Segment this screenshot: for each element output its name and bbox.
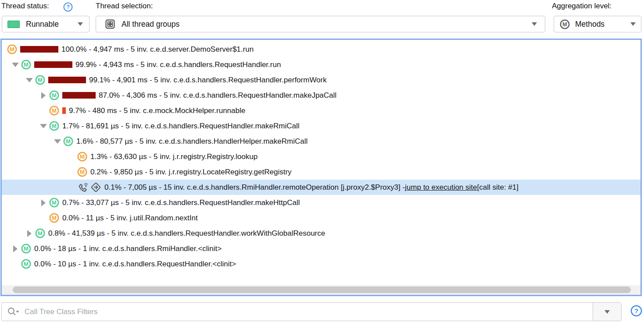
indent-spacer bbox=[2, 141, 52, 142]
call-tree-entry-text: 99.1% - 4,901 ms - 5 inv. c.e.d.s.handle… bbox=[89, 76, 327, 85]
svg-text:M: M bbox=[52, 199, 57, 206]
method-icon: M bbox=[63, 136, 73, 146]
call-tree-entry-text: 0.2% - 9,850 µs - 5 inv. j.r.registry.Lo… bbox=[90, 168, 292, 177]
svg-text:M: M bbox=[24, 261, 29, 267]
chevron-down-icon bbox=[605, 310, 610, 314]
tree-row[interactable]: 0.1% - 7,005 µs - 15 inv. c.e.d.s.handle… bbox=[2, 180, 640, 195]
scrollbar-thumb[interactable] bbox=[13, 287, 631, 293]
svg-text:M: M bbox=[24, 245, 29, 252]
call-tree-entry-text: 87.0% - 4,306 ms - 5 inv. c.e.d.s.handle… bbox=[99, 91, 336, 100]
svg-text:M: M bbox=[52, 92, 57, 99]
call-tree-panel: M100.0% - 4,947 ms - 5 inv. c.e.d.server… bbox=[0, 39, 642, 296]
aggregation-level-dropdown[interactable]: M Methods bbox=[554, 16, 641, 32]
thread-status-label: Thread status: bbox=[1, 2, 49, 11]
expand-toggle-icon[interactable] bbox=[38, 92, 49, 99]
tree-row[interactable]: M1.3% - 63,630 µs - 5 inv. j.r.registry.… bbox=[2, 149, 640, 164]
chevron-down-icon bbox=[630, 22, 636, 26]
tree-row[interactable]: M0.7% - 33,077 µs - 5 inv. c.e.d.s.handl… bbox=[2, 195, 640, 210]
svg-text:M: M bbox=[52, 107, 57, 114]
indent-spacer bbox=[2, 264, 21, 264]
thread-groups-icon bbox=[105, 19, 115, 29]
call-tree-entry-text: 1.7% - 81,691 µs - 5 inv. c.e.d.s.handle… bbox=[62, 122, 300, 131]
method-icon: M bbox=[77, 152, 87, 162]
svg-text:M: M bbox=[10, 46, 14, 53]
svg-text:M: M bbox=[52, 123, 57, 129]
expand-toggle-icon[interactable] bbox=[10, 245, 21, 252]
aggregation-level-value: Methods bbox=[575, 20, 605, 29]
triangle-down-icon bbox=[26, 78, 33, 82]
call-tree-entry-text: 0.1% - 7,005 µs - 15 inv. c.e.d.s.handle… bbox=[104, 183, 405, 192]
svg-text:M: M bbox=[80, 169, 85, 175]
tree-row[interactable]: M99.1% - 4,901 ms - 5 inv. c.e.d.s.handl… bbox=[2, 72, 640, 88]
tree-row[interactable]: M0.8% - 41,539 µs - 5 inv. c.e.d.s.handl… bbox=[2, 226, 640, 241]
svg-text:M: M bbox=[80, 153, 85, 160]
tree-row[interactable]: M100.0% - 4,947 ms - 5 inv. c.e.d.server… bbox=[2, 42, 640, 57]
call-tree-entry-text: 0.0% - 11 µs - 5 inv. j.util.Random.next… bbox=[62, 214, 198, 223]
call-tree-entry-text: 9.7% - 480 ms - 5 inv. c.e.mock.MockHelp… bbox=[69, 106, 245, 115]
method-icon: M bbox=[21, 244, 31, 254]
svg-text:M: M bbox=[66, 138, 71, 145]
svg-text:M: M bbox=[562, 21, 567, 28]
triangle-right-icon bbox=[13, 245, 18, 252]
call-tree-entry-text: 1.3% - 63,630 µs - 5 inv. j.r.registry.R… bbox=[90, 152, 258, 161]
tree-row[interactable]: M9.7% - 480 ms - 5 inv. c.e.mock.MockHel… bbox=[2, 103, 640, 118]
method-icon: M bbox=[35, 75, 45, 85]
collapse-toggle-icon[interactable] bbox=[24, 78, 35, 82]
filter-dropdown-button[interactable] bbox=[593, 303, 621, 321]
filter-help-icon[interactable]: ? bbox=[630, 305, 642, 317]
call-tree-entry-text: 0.0% - 18 µs - 1 inv. c.e.d.s.handlers.R… bbox=[34, 244, 222, 253]
collapse-toggle-icon[interactable] bbox=[38, 124, 49, 128]
thread-status-help-icon[interactable]: ? bbox=[63, 2, 73, 12]
method-icon: M bbox=[35, 228, 45, 238]
triangle-right-icon bbox=[41, 92, 46, 99]
indent-spacer bbox=[2, 218, 49, 218]
collapse-toggle-icon[interactable] bbox=[10, 63, 21, 67]
method-icon: M bbox=[7, 44, 17, 54]
tree-row[interactable]: M99.9% - 4,943 ms - 5 inv. c.e.d.s.handl… bbox=[2, 57, 640, 72]
runnable-status-swatch bbox=[7, 21, 20, 28]
indent-spacer bbox=[2, 64, 10, 65]
call-tree-entry-text: 100.0% - 4,947 ms - 5 inv. c.e.d.server.… bbox=[61, 45, 254, 54]
tree-row[interactable]: M0.0% - 18 µs - 1 inv. c.e.d.s.handlers.… bbox=[2, 241, 640, 256]
call-site-suffix: [call site: #1] bbox=[477, 183, 519, 192]
thread-status-dropdown[interactable]: Runnable bbox=[2, 16, 89, 32]
call-tree-filter-bar bbox=[1, 302, 622, 321]
expand-toggle-icon[interactable] bbox=[38, 199, 49, 206]
hotspot-time-bar bbox=[48, 77, 86, 83]
tree-row[interactable]: M1.6% - 80,577 µs - 5 inv. c.e.d.s.handl… bbox=[2, 134, 640, 149]
jump-to-execution-site-link[interactable]: jump to execution site bbox=[405, 183, 477, 192]
horizontal-scrollbar[interactable] bbox=[2, 285, 640, 295]
thread-selection-value: All thread groups bbox=[122, 20, 179, 29]
method-icon: M bbox=[49, 198, 59, 208]
method-icon: M bbox=[49, 121, 59, 131]
chevron-down-icon bbox=[532, 22, 537, 26]
indent-spacer bbox=[2, 80, 24, 80]
indent-spacer bbox=[2, 49, 7, 50]
thread-selection-dropdown[interactable]: All thread groups bbox=[96, 16, 545, 32]
search-filter-icon[interactable] bbox=[7, 307, 20, 317]
thread-selection-label: Thread selection: bbox=[96, 2, 153, 11]
method-icon: M bbox=[21, 60, 31, 70]
tree-row[interactable]: M0.2% - 9,850 µs - 5 inv. j.r.registry.L… bbox=[2, 164, 640, 180]
call-tree-class-filter-input[interactable] bbox=[24, 307, 593, 317]
indent-spacer bbox=[2, 126, 38, 126]
hotspot-time-bar bbox=[20, 46, 58, 53]
indent-spacer bbox=[2, 156, 77, 157]
tree-row[interactable]: M1.7% - 81,691 µs - 5 inv. c.e.d.s.handl… bbox=[2, 118, 640, 134]
tree-row[interactable]: M0.0% - 10 µs - 1 inv. c.e.d.s.handlers.… bbox=[2, 256, 640, 272]
svg-text:M: M bbox=[38, 77, 43, 83]
svg-text:M: M bbox=[38, 230, 43, 237]
collapse-toggle-icon[interactable] bbox=[52, 139, 63, 144]
call-tree-entry-text: 1.6% - 80,577 µs - 5 inv. c.e.d.s.handle… bbox=[76, 137, 308, 146]
call-tree-entry-text: 0.0% - 10 µs - 1 inv. c.e.d.s.handlers.R… bbox=[34, 260, 236, 269]
hotspot-time-bar bbox=[34, 61, 72, 68]
tree-row[interactable]: M0.0% - 11 µs - 5 inv. j.util.Random.nex… bbox=[2, 210, 640, 226]
tree-row[interactable]: M87.0% - 4,306 ms - 5 inv. c.e.d.s.handl… bbox=[2, 88, 640, 103]
method-icon: M bbox=[49, 213, 59, 223]
thread-status-value: Runnable bbox=[26, 20, 59, 29]
svg-text:?: ? bbox=[66, 4, 70, 10]
method-icon: M bbox=[49, 106, 59, 116]
call-tree-rows: M100.0% - 4,947 ms - 5 inv. c.e.d.server… bbox=[2, 40, 640, 272]
expand-toggle-icon[interactable] bbox=[24, 230, 35, 237]
call-tree-entry-text: 99.9% - 4,943 ms - 5 inv. c.e.d.s.handle… bbox=[75, 60, 281, 69]
